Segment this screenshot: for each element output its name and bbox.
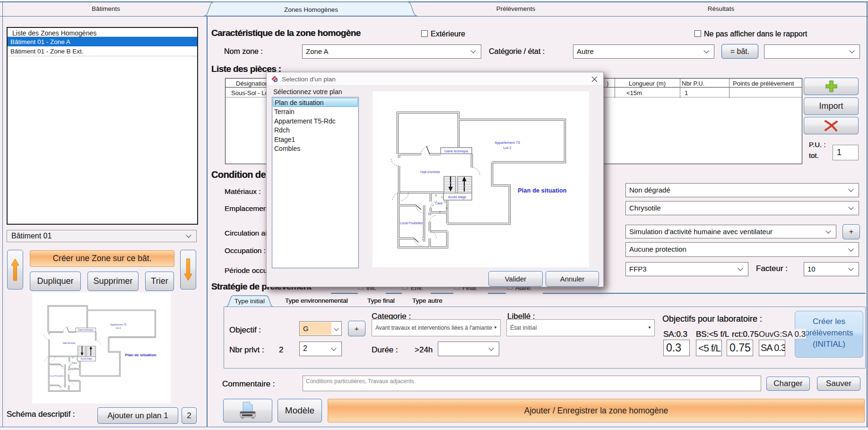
svg-text:Zones Homogènes: Zones Homogènes: [284, 6, 338, 13]
svg-text:Type initial: Type initial: [234, 298, 265, 305]
